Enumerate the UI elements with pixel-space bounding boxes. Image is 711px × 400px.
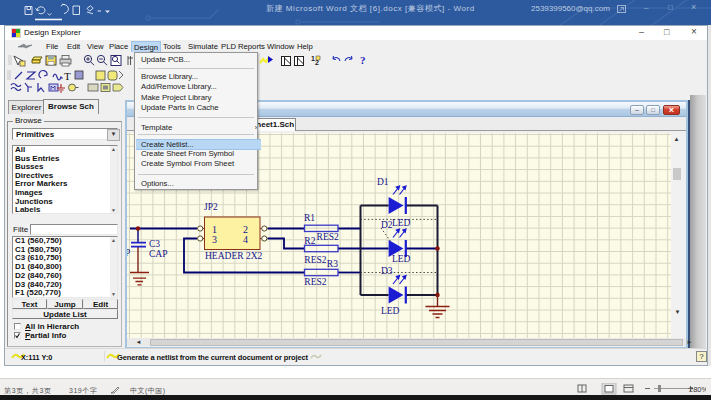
svg-text:LED: LED — [392, 218, 411, 228]
svg-text:HEADER 2X2: HEADER 2X2 — [205, 251, 263, 261]
svg-text:R1: R1 — [304, 213, 315, 223]
svg-text:RES2: RES2 — [317, 232, 339, 242]
svg-text:C3: C3 — [149, 239, 160, 249]
svg-text:LED: LED — [381, 306, 400, 316]
svg-text:D1: D1 — [377, 177, 389, 187]
svg-text:P: P — [127, 248, 130, 258]
svg-text:4: 4 — [243, 234, 248, 245]
svg-text:R3: R3 — [327, 259, 338, 269]
svg-text:CAP: CAP — [149, 249, 167, 259]
svg-text:JP2: JP2 — [204, 202, 218, 212]
svg-text:280%: 280% — [689, 385, 706, 394]
svg-text:D3: D3 — [381, 266, 393, 276]
svg-text:3: 3 — [212, 234, 217, 245]
svg-text:T: T — [64, 70, 71, 82]
svg-text:R2: R2 — [304, 236, 315, 246]
svg-text:D2: D2 — [381, 220, 393, 230]
svg-text:RES2: RES2 — [304, 255, 326, 265]
svg-text:?: ? — [360, 54, 366, 66]
svg-text:RES2: RES2 — [304, 277, 326, 287]
svg-text:LED: LED — [392, 254, 411, 264]
